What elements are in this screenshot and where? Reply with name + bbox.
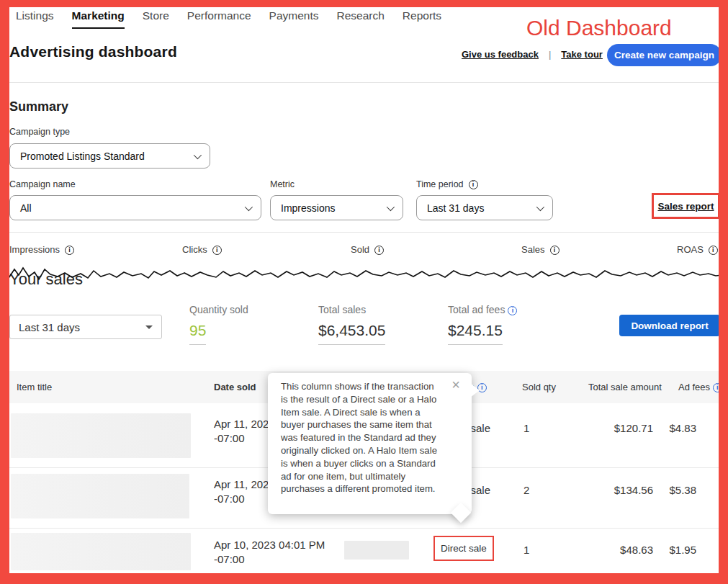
summary-divider: [9, 232, 719, 233]
stat-value: $6,453.05: [318, 322, 385, 345]
chevron-down-icon: [536, 202, 544, 210]
date-sold-cell: Apr 11, 2023-07:00: [214, 478, 275, 505]
stat-value: 95: [189, 322, 206, 345]
metric-roas: ROAS: [677, 244, 718, 255]
sold-qty-cell: 1: [523, 422, 529, 434]
advertising-dashboard-page: Listings Marketing Store Performance Pay…: [0, 0, 728, 584]
download-report-button[interactable]: Download report: [619, 315, 720, 336]
tooltip-pointer-right: [470, 383, 480, 397]
col-header-item-title: Item title: [17, 382, 52, 392]
redacted-value: [344, 541, 409, 560]
stat-quantity-sold: Quantity sold 95: [189, 304, 248, 345]
metric-sold: Sold: [351, 244, 384, 255]
metric-value: Impressions: [281, 202, 335, 214]
item-title-redacted-thumbnail: [11, 413, 191, 458]
time-period-dropdown[interactable]: Last 31 days: [416, 195, 553, 220]
caret-down-icon: [145, 325, 153, 329]
info-icon[interactable]: [469, 180, 478, 189]
campaign-type-dropdown[interactable]: Promoted Listings Standard: [9, 143, 210, 169]
metric-impressions: Impressions: [9, 244, 74, 255]
nav-tab-listings[interactable]: Listings: [16, 9, 54, 29]
give-feedback-link[interactable]: Give us feedback: [462, 49, 539, 60]
create-new-campaign-button[interactable]: Create new campaign: [607, 44, 722, 66]
header-links: Give us feedback|Take tour: [462, 49, 603, 60]
stat-total-ad-fees: Total ad fees $245.15: [448, 304, 517, 345]
metric-dropdown[interactable]: Impressions: [270, 195, 403, 220]
stat-value: $245.15: [448, 322, 503, 345]
take-tour-link[interactable]: Take tour: [561, 49, 603, 60]
summary-heading: Summary: [9, 99, 68, 114]
stat-label: Total sales: [318, 304, 385, 315]
sales-report-link[interactable]: Sales report: [657, 201, 714, 212]
sale-type-cell: Direct sale: [441, 543, 487, 554]
chevron-down-icon: [387, 202, 395, 210]
time-period-value: Last 31 days: [427, 202, 484, 214]
info-icon[interactable]: [508, 306, 517, 315]
campaign-name-label: Campaign name: [9, 179, 76, 189]
chevron-down-icon: [245, 202, 253, 210]
col-header-ad-fees: Ad fees: [678, 382, 722, 392]
metric-clicks: Clicks: [182, 244, 222, 255]
date-sold-cell: Apr 10, 2023 04:01 PM-07:00: [214, 539, 325, 565]
item-title-redacted-thumbnail: [11, 533, 191, 570]
your-sales-time-filter-value: Last 31 days: [19, 321, 80, 333]
ad-fees-cell: $4.83: [639, 422, 696, 434]
old-dashboard-annotation: Old Dashboard: [526, 16, 672, 40]
campaign-name-value: All: [20, 202, 32, 214]
sold-qty-cell: 1: [523, 544, 529, 556]
stat-label: Total ad fees: [448, 304, 517, 315]
annotation-frame: [0, 0, 728, 7]
ad-fees-cell: $5.38: [639, 484, 696, 496]
campaign-type-label: Campaign type: [9, 127, 70, 137]
tooltip-pointer-bottom: [451, 503, 471, 523]
your-sales-time-filter[interactable]: Last 31 days: [9, 315, 162, 339]
nav-tab-reports[interactable]: Reports: [403, 9, 441, 29]
torn-edge-decoration: [0, 265, 728, 288]
direct-sale-highlight-box: Direct sale: [433, 536, 494, 561]
chevron-down-icon: [194, 151, 202, 158]
tooltip-text: This column shows if the transaction is …: [281, 380, 441, 495]
stat-total-sales: Total sales $6,453.05: [318, 304, 385, 345]
annotation-frame: [719, 0, 728, 584]
item-title-redacted-thumbnail: [11, 474, 189, 518]
col-header-total-sale-amount: Total sale amount: [588, 382, 662, 392]
sales-report-highlight-box: Sales report: [652, 193, 720, 219]
nav-tab-performance[interactable]: Performance: [187, 9, 251, 29]
nav-tab-research[interactable]: Research: [337, 9, 385, 29]
metric-sales: Sales: [521, 244, 560, 255]
col-header-sold-qty: Sold qty: [522, 382, 556, 392]
sale-type-tooltip: This column shows if the transaction is …: [268, 373, 472, 514]
page-title: Advertising dashboard: [9, 43, 177, 60]
time-period-label: Time period: [416, 179, 478, 189]
nav-tab-store[interactable]: Store: [143, 9, 169, 29]
info-icon[interactable]: [65, 246, 74, 255]
date-sold-cell: Apr 11, 2023-07:00: [214, 418, 275, 444]
info-icon[interactable]: [709, 246, 718, 255]
campaign-name-dropdown[interactable]: All: [9, 195, 261, 220]
row-divider: [9, 528, 719, 529]
nav-tab-payments[interactable]: Payments: [269, 9, 319, 29]
top-navigation: Listings Marketing Store Performance Pay…: [16, 9, 441, 29]
info-icon[interactable]: [374, 246, 384, 255]
info-icon[interactable]: [212, 246, 222, 255]
metric-label: Metric: [270, 179, 295, 189]
annotation-frame: [0, 573, 728, 584]
campaign-type-value: Promoted Listings Standard: [20, 151, 145, 162]
ad-fees-cell: $1.95: [639, 544, 696, 556]
annotation-frame: [0, 0, 9, 584]
header-divider: [9, 82, 719, 83]
nav-tab-marketing[interactable]: Marketing: [72, 9, 125, 29]
sold-qty-cell: 2: [523, 484, 529, 496]
col-header-date-sold[interactable]: Date sold: [214, 382, 256, 392]
close-icon[interactable]: ×: [451, 376, 460, 393]
link-divider: |: [549, 49, 551, 60]
stat-label: Quantity sold: [189, 304, 248, 315]
info-icon[interactable]: [550, 246, 560, 255]
